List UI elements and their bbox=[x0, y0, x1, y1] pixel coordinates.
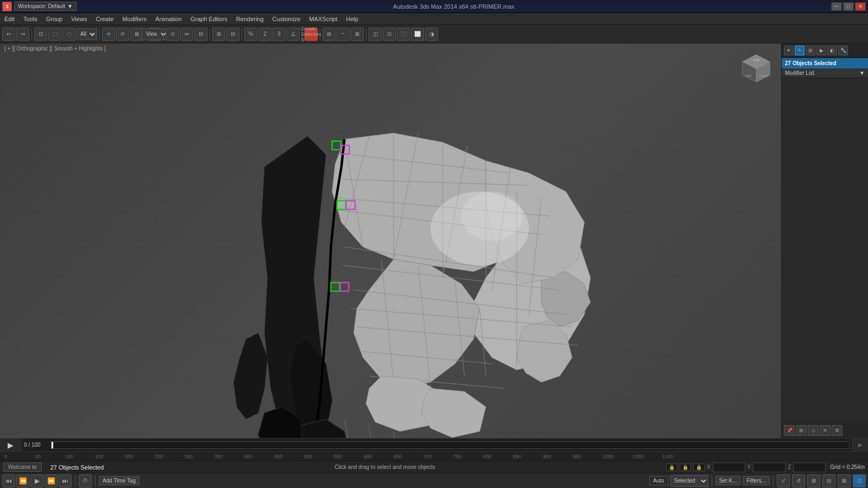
menu-animation[interactable]: Animation bbox=[151, 15, 186, 23]
select-object-button[interactable]: ⊡ bbox=[34, 28, 47, 41]
menu-modifiers[interactable]: Modifiers bbox=[118, 15, 151, 23]
menu-maxscript[interactable]: MAXScript bbox=[305, 15, 342, 23]
render-frame-window-button[interactable]: ⬜ bbox=[411, 28, 424, 41]
utilities-panel-button[interactable]: 🔧 bbox=[838, 46, 848, 55]
time-config-button[interactable]: ⏱ bbox=[79, 474, 92, 487]
snap-3d-button[interactable]: 3 bbox=[273, 28, 286, 41]
menu-customize[interactable]: Customize bbox=[268, 15, 305, 23]
align-button[interactable]: ⊟ bbox=[194, 28, 207, 41]
close-button[interactable]: ✕ bbox=[855, 2, 866, 11]
title-bar-left: 3 Workspace: Default ▼ bbox=[0, 2, 77, 11]
menu-rendering[interactable]: Rendering bbox=[232, 15, 268, 23]
use-center-button[interactable]: ⊙ bbox=[166, 28, 179, 41]
material-editor-button[interactable]: ◫ bbox=[369, 28, 382, 41]
add-time-tag-button[interactable]: Add Time Tag bbox=[99, 476, 140, 485]
modifier-list-header[interactable]: Modifier List ▼ bbox=[782, 68, 868, 78]
set-key-mode-select[interactable]: Selected bbox=[670, 475, 708, 487]
play-button[interactable]: ▶ bbox=[30, 474, 43, 487]
coord-z-input[interactable] bbox=[793, 462, 826, 472]
coord-x-input[interactable] bbox=[713, 462, 745, 472]
transform-lock-y[interactable]: 🔒 bbox=[680, 464, 691, 471]
viewport-nav-zoom-all[interactable]: ⊠ bbox=[838, 474, 851, 487]
motion-panel-button[interactable]: ▶ bbox=[816, 46, 826, 55]
panel-type-icons: ✦ ✎ ⊞ ▶ ◐ 🔧 bbox=[782, 43, 868, 58]
ruler-mark-650: 650 bbox=[394, 454, 402, 459]
mirror-button[interactable]: ⇔ bbox=[180, 28, 193, 41]
welcome-tab[interactable]: Welcome to bbox=[3, 462, 42, 472]
scene-explorer-button[interactable]: ⊟ bbox=[226, 28, 239, 41]
viewport-nav-zoom-extents[interactable]: ⊡ bbox=[853, 474, 866, 487]
viewport-nav-field-of-view[interactable]: ⊟ bbox=[822, 474, 835, 487]
ruler-mark-850: 850 bbox=[513, 454, 521, 459]
create-panel-button[interactable]: ✦ bbox=[784, 46, 794, 55]
make-unique-button[interactable]: ◇ bbox=[808, 425, 819, 436]
menu-tools[interactable]: Tools bbox=[19, 15, 42, 23]
svg-text:FRONT: FRONT bbox=[759, 74, 768, 78]
redo-button[interactable]: ↪ bbox=[16, 28, 29, 41]
select-region-button[interactable]: ⬚ bbox=[48, 28, 61, 41]
go-to-start-button[interactable]: ⏮ bbox=[2, 474, 15, 487]
menu-edit[interactable]: Edit bbox=[0, 15, 19, 23]
curve-editor-button[interactable]: ~ bbox=[337, 28, 350, 41]
show-result-button[interactable]: ⊞ bbox=[796, 425, 807, 436]
ruler-mark-100: 100 bbox=[65, 454, 73, 459]
transform-lock-z[interactable]: 🔒 bbox=[693, 464, 705, 471]
coord-y-input[interactable] bbox=[753, 462, 785, 472]
pin-stack-button[interactable]: 📌 bbox=[784, 425, 795, 436]
viewport[interactable]: [ + ][ Orthographic ][ Smooth + Highligh… bbox=[0, 43, 781, 438]
layer-manager-button[interactable]: ⊞ bbox=[212, 28, 225, 41]
bone-control-lower[interactable] bbox=[331, 283, 349, 291]
undo-button[interactable]: ↩ bbox=[2, 28, 15, 41]
select-rotate-button[interactable]: ⟳ bbox=[116, 28, 129, 41]
go-to-end-button[interactable]: ⏭ bbox=[59, 474, 72, 487]
prev-frame-button[interactable]: ⏪ bbox=[16, 474, 29, 487]
snap-2d-button[interactable]: 2 bbox=[258, 28, 271, 41]
render-button[interactable]: ⬛ bbox=[397, 28, 410, 41]
timeline-play-button[interactable]: ▶ bbox=[0, 439, 22, 451]
render-setup-button[interactable]: ⊡ bbox=[383, 28, 396, 41]
separator-bottom-3 bbox=[712, 476, 712, 486]
menu-views[interactable]: Views bbox=[67, 15, 91, 23]
hierarchy-panel-button[interactable]: ⊞ bbox=[806, 46, 815, 55]
menu-graph-editors[interactable]: Graph Editors bbox=[186, 15, 232, 23]
menu-group[interactable]: Group bbox=[42, 15, 67, 23]
menu-create[interactable]: Create bbox=[91, 15, 118, 23]
menu-help[interactable]: Help bbox=[342, 15, 363, 23]
ruler-mark-550: 550 bbox=[334, 454, 342, 459]
selection-filter[interactable]: All bbox=[77, 28, 97, 40]
next-frame-button[interactable]: ⏩ bbox=[45, 474, 58, 487]
timeline-right-button[interactable]: ▶ bbox=[852, 439, 868, 451]
transform-lock-x[interactable]: 🔒 bbox=[666, 464, 677, 471]
maximize-button[interactable]: □ bbox=[843, 2, 854, 11]
viewport-nav-pan[interactable]: ⤢ bbox=[777, 474, 790, 487]
viewport-nav-orbit[interactable]: ↺ bbox=[792, 474, 805, 487]
viewport-nav-zoom-region[interactable]: ⊞ bbox=[807, 474, 820, 487]
timeline-playhead[interactable] bbox=[52, 442, 53, 448]
display-panel-button[interactable]: ◐ bbox=[827, 46, 837, 55]
separator-4 bbox=[163, 29, 164, 40]
auto-key-button[interactable]: Auto bbox=[649, 476, 668, 485]
timeline-track[interactable] bbox=[51, 441, 850, 449]
minimize-button[interactable]: ─ bbox=[831, 2, 842, 11]
select-lasso-button[interactable]: ◌ bbox=[62, 28, 75, 41]
workspace-selector[interactable]: Workspace: Default ▼ bbox=[14, 2, 77, 11]
menu-bar: Edit Tools Group Views Create Modifiers … bbox=[0, 13, 868, 25]
modifier-stack-area[interactable] bbox=[782, 78, 868, 423]
percent-snap-button[interactable]: % bbox=[244, 28, 257, 41]
app-icon[interactable]: 3 bbox=[2, 2, 12, 11]
modify-panel-button[interactable]: ✎ bbox=[795, 46, 804, 55]
set-keys-button[interactable]: Set K... bbox=[715, 476, 741, 485]
angle-snap-button[interactable]: ∠ bbox=[287, 28, 300, 41]
title-bar-title: Autodesk 3ds Max 2014 x64 stt-PRIMER.max bbox=[77, 3, 831, 10]
remove-modifier-button[interactable]: ✕ bbox=[820, 425, 831, 436]
reference-coord-button[interactable]: View bbox=[148, 28, 161, 41]
select-move-button[interactable]: ✛ bbox=[102, 28, 115, 41]
active-shade-button[interactable]: ◑ bbox=[425, 28, 438, 41]
filters-button[interactable]: Filters... bbox=[743, 476, 770, 485]
configure-button[interactable]: ⚙ bbox=[832, 425, 842, 436]
modifier-stack-buttons: 📌 ⊞ ◇ ✕ ⚙ bbox=[782, 423, 868, 438]
schematic-view-button[interactable]: ⊠ bbox=[351, 28, 364, 41]
create-selection-set-button[interactable]: Create Selection S bbox=[305, 28, 318, 41]
named-sel-sets-button[interactable]: ⊞ bbox=[322, 28, 335, 41]
navigation-cube[interactable]: TOP LEFT FRONT bbox=[740, 52, 772, 85]
